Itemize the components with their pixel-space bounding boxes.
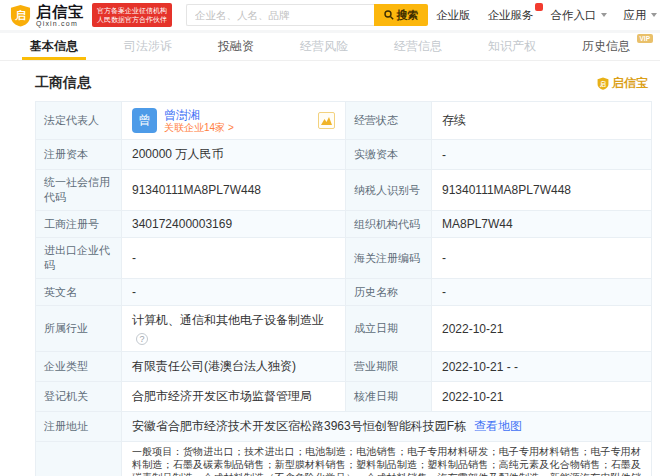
table-row: 企业类型 有限责任公司(港澳台法人独资) 营业期限 2022-10-21 - - <box>36 352 652 382</box>
view-map-link[interactable]: 查看地图 <box>474 419 522 433</box>
row-label: 实缴资本 <box>346 140 432 170</box>
nav-partnership[interactable]: 合作入口 <box>551 8 607 23</box>
status-value: 存续 <box>432 102 652 140</box>
row-value: - <box>122 279 346 306</box>
industry-value: 计算机、通信和其他电子设备制造业 <box>132 313 324 327</box>
tab-operating-risk-label: 经营风险 <box>300 38 348 55</box>
tab-history-info-label: 历史信息 <box>582 38 630 55</box>
row-value: - <box>122 238 346 279</box>
qixin-shield-icon: 启 <box>10 4 31 27</box>
row-value: 340172400003169 <box>122 211 346 238</box>
row-value: 有限责任公司(港澳台法人独资) <box>122 352 346 382</box>
nav-enterprise-services[interactable]: 企业服务 <box>488 8 534 23</box>
tab-investment[interactable]: 投融资 <box>210 33 262 60</box>
table-row: 注册资本 200000 万人民币 实缴资本 - <box>36 140 652 170</box>
search-button[interactable]: 搜索 <box>374 4 428 26</box>
qixin-watermark: 启 启信宝 <box>597 75 648 92</box>
table-row: 英文名 - 历史名称 - <box>36 279 652 306</box>
address-label: 注册地址 <box>36 412 122 442</box>
row-value: - <box>432 238 652 279</box>
tab-ip-label: 知识产权 <box>488 38 536 55</box>
tab-judicial[interactable]: 司法涉诉 <box>116 33 180 60</box>
table-row: 登记机关 合肥市经济开发区市场监督管理局 核准日期 2022-10-21 <box>36 382 652 412</box>
tab-operating-risk[interactable]: 经营风险 <box>292 33 356 60</box>
row-label: 进出口企业代码 <box>36 238 122 279</box>
row-label: 统一社会信用代码 <box>36 170 122 211</box>
row-value: - <box>432 279 652 306</box>
tab-investment-label: 投融资 <box>218 38 254 55</box>
nav-enterprise-edition-label: 企业版 <box>436 8 471 23</box>
table-row: 统一社会信用代码 91340111MA8PL7W448 纳税人识别号 91340… <box>36 170 652 211</box>
cert-line-1: 官方备案企业征信机构 <box>97 6 167 15</box>
cert-line-2: 人民数据官方合作伙伴 <box>97 15 167 24</box>
row-value: 2022-10-21 - - <box>432 352 652 382</box>
nav-apps-label: 应用 <box>624 8 647 23</box>
nav-partnership-label: 合作入口 <box>551 8 597 23</box>
official-cert-badge: 官方备案企业征信机构 人民数据官方合作伙伴 <box>92 3 172 27</box>
search-button-label: 搜索 <box>397 8 419 23</box>
qixin-logo[interactable]: 启 启信宝 Qixin.com <box>10 4 84 27</box>
table-row: 工商注册号 340172400003169 组织机构代码 MA8PL7W44 <box>36 211 652 238</box>
row-value: 合肥市经济开发区市场监督管理局 <box>122 382 346 412</box>
row-value: 91340111MA8PL7W448 <box>432 170 652 211</box>
promo-badge-icon <box>535 3 543 11</box>
row-label: 核准日期 <box>346 382 432 412</box>
tab-history-info[interactable]: 历史信息 VIP <box>574 33 638 60</box>
search-input[interactable] <box>186 4 374 26</box>
row-label: 成立日期 <box>346 306 432 352</box>
row-value: MA8PL7W44 <box>432 211 652 238</box>
row-label: 营业期限 <box>346 352 432 382</box>
equity-structure-icon[interactable] <box>318 112 335 129</box>
industry-help-icon[interactable]: ? <box>136 333 148 345</box>
row-value: 200000 万人民币 <box>122 140 346 170</box>
tab-basic-info-label: 基本信息 <box>30 38 78 55</box>
section-header: 工商信息 启 启信宝 <box>0 61 660 101</box>
table-row: 进出口企业代码 - 海关注册编码 - <box>36 238 652 279</box>
related-companies-link[interactable]: 关联企业14家 > <box>164 123 234 133</box>
row-label: 英文名 <box>36 279 122 306</box>
search-bar: 搜索 <box>186 4 428 26</box>
top-header: 启 启信宝 Qixin.com 官方备案企业征信机构 人民数据官方合作伙伴 搜索… <box>0 0 660 30</box>
table-row-scope: 经营范围 一般项目：货物进出口；技术进出口；电池制造；电池销售；电子专用材料研发… <box>36 442 652 476</box>
status-label: 经营状态 <box>346 102 432 140</box>
svg-text:启: 启 <box>14 9 26 21</box>
tab-operating-info-label: 经营信息 <box>394 38 442 55</box>
svg-text:启: 启 <box>599 79 606 87</box>
table-row: 法定代表人 曾 曾澍湘 关联企业14家 > 经营状态 存续 <box>36 102 652 140</box>
row-label: 海关注册编码 <box>346 238 432 279</box>
address-value: 安徽省合肥市经济技术开发区宿松路3963号恒创智能科技园F栋 <box>132 419 466 433</box>
row-value: 2022-10-21 <box>432 382 652 412</box>
row-label: 注册资本 <box>36 140 122 170</box>
scope-label: 经营范围 <box>36 442 122 476</box>
row-label: 企业类型 <box>36 352 122 382</box>
vip-badge: VIP <box>637 34 653 43</box>
table-row: 所属行业 计算机、通信和其他电子设备制造业? 成立日期 2022-10-21 <box>36 306 652 352</box>
nav-enterprise-edition[interactable]: 企业版 <box>436 8 471 23</box>
legal-rep-label: 法定代表人 <box>36 102 122 140</box>
legal-rep-avatar[interactable]: 曾 <box>132 108 157 133</box>
chevron-down-icon <box>601 13 607 17</box>
tab-operating-info[interactable]: 经营信息 <box>386 33 450 60</box>
header-nav: 企业版 企业服务 合作入口 应用 V 会员特权 <box>436 4 660 26</box>
qixin-shield-icon: 启 <box>597 77 609 90</box>
tab-basic-info[interactable]: 基本信息 <box>22 33 86 60</box>
nav-apps[interactable]: 应用 <box>624 8 657 23</box>
row-label: 组织机构代码 <box>346 211 432 238</box>
chevron-down-icon <box>651 13 657 17</box>
nav-enterprise-services-label: 企业服务 <box>488 8 534 23</box>
brand-name: 启信宝 <box>36 4 84 19</box>
watermark-label: 启信宝 <box>612 75 648 92</box>
row-label: 登记机关 <box>36 382 122 412</box>
brand-domain: Qixin.com <box>36 20 84 27</box>
row-value: 91340111MA8PL7W448 <box>122 170 346 211</box>
row-value: - <box>432 140 652 170</box>
legal-rep-name-link[interactable]: 曾澍湘 <box>164 109 234 121</box>
row-label: 纳税人识别号 <box>346 170 432 211</box>
row-label: 工商注册号 <box>36 211 122 238</box>
tab-judicial-label: 司法涉诉 <box>124 38 172 55</box>
tab-intellectual-property[interactable]: 知识产权 <box>480 33 544 60</box>
search-icon <box>384 10 394 20</box>
page-title: 工商信息 <box>35 74 91 92</box>
detail-tabbar: 基本信息 司法涉诉 投融资 经营风险 经营信息 知识产权 历史信息 VIP <box>0 33 660 61</box>
scope-value: 一般项目：货物进出口；技术进出口；电池制造；电池销售；电子专用材料研发；电子专用… <box>122 442 652 476</box>
